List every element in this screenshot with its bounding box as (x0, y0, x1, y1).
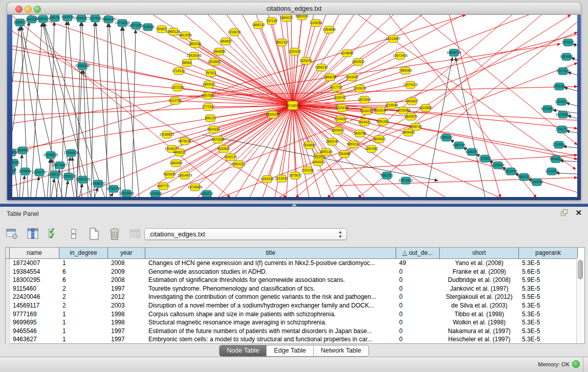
tab-node-table[interactable]: Node Table (220, 345, 267, 356)
checklist-button[interactable] (46, 227, 60, 241)
row-selector[interactable] (6, 259, 10, 268)
table-row[interactable]: 946554611997Estimation of the future num… (6, 327, 584, 336)
graph-node-label: 9657771 (157, 184, 170, 188)
column-select-button[interactable] (26, 227, 40, 241)
window-titlebar[interactable]: citations_edges.txt (7, 3, 581, 15)
graph-node-label: 1540994 (169, 161, 183, 165)
table-toolbar: f(x) (5, 225, 163, 243)
node-table: namein_degreeyeartitle△ out_de...shortpa… (5, 247, 585, 344)
column-header-title[interactable]: title (145, 248, 396, 258)
red-edge (12, 72, 577, 128)
graph-node-label: 12213967 (386, 37, 401, 40)
cell-in_degree: 1 (59, 259, 108, 268)
black-edge (566, 103, 577, 109)
graph-node-label: 2218076 (228, 30, 241, 34)
column-header-short[interactable]: short (440, 248, 519, 258)
black-edge (568, 116, 577, 122)
table-selector-dropdown[interactable]: citations_edges.txt ▲▼ (144, 228, 347, 240)
new-file-button[interactable] (87, 227, 101, 241)
graph-node-label: 9152841 (217, 147, 230, 150)
close-panel-icon[interactable]: ✕ (575, 209, 582, 216)
cell-pagerank: 5.5E-5 (519, 293, 578, 301)
tab-edge-table[interactable]: Edge Table (267, 345, 313, 356)
graph-node-label: 9554524 (549, 157, 562, 161)
column-header-year[interactable]: year (108, 248, 145, 258)
graph-node-label: 9457581 (201, 94, 214, 97)
table-scrollbar[interactable] (576, 258, 584, 343)
memory-status-label: Memory: OK (538, 361, 570, 367)
table-row[interactable]: 1872400712008Changes of HCN gene express… (6, 259, 584, 268)
graph-node-label: 17957225 (76, 178, 91, 181)
red-edge (230, 105, 293, 157)
black-edge (47, 159, 50, 197)
black-edge (573, 44, 577, 50)
graph-node-label: 1151152 (301, 168, 314, 172)
cell-title: Structural magnetic resonance image aver… (145, 318, 396, 327)
cell-out_degree: 0 (396, 335, 440, 344)
table-row[interactable]: 911546021997Tourette syndrome. Phenomeno… (6, 285, 584, 293)
graph-node-label: 1495149 (319, 150, 333, 154)
graph-node-label: 1616216 (360, 109, 373, 113)
row-selector[interactable] (6, 276, 10, 285)
row-selector[interactable] (6, 293, 10, 301)
table-row[interactable]: 2242004622012Investigating the contribut… (6, 293, 584, 301)
cell-name: 22420046 (10, 293, 59, 301)
memory-status-icon[interactable] (572, 360, 580, 368)
delete-button[interactable] (107, 227, 122, 241)
row-selector[interactable] (6, 310, 10, 319)
graph-node-label: 1575107 (561, 40, 575, 44)
splitter-handle-icon[interactable] (292, 204, 297, 206)
graph-node-label: 7515526 (141, 25, 155, 29)
graph-node-label: 1695749 (409, 125, 422, 128)
table-row[interactable]: 946362711997Embryonic stem cells: a mode… (6, 335, 584, 344)
table-row[interactable]: 969969511998Structural magnetic resonanc… (6, 318, 584, 327)
tab-network-table[interactable]: Network Table (314, 345, 368, 356)
black-edge (566, 131, 577, 135)
row-selector[interactable] (6, 318, 10, 327)
graph-node-label: 836121 (205, 116, 216, 120)
column-header-out_degree[interactable]: △ out_de... (396, 248, 440, 258)
checkbox-list-button[interactable] (67, 227, 81, 241)
graph-node-label: 15716485 (188, 185, 203, 189)
graph-node-label: 157239 (266, 19, 277, 23)
graph-node-label: 1321616 (335, 106, 349, 110)
graph-node-label: 4498222 (173, 150, 186, 154)
graph-node-label: 7809921 (373, 137, 386, 141)
graph-node-label: 1120601 (479, 157, 492, 160)
column-header-in_degree[interactable]: in_degree (59, 248, 108, 258)
column-header-name[interactable]: name (10, 248, 59, 258)
network-view[interactable]: 2435572184151420691406960752043718106532… (12, 15, 577, 197)
row-selector[interactable] (6, 301, 10, 310)
table-row[interactable]: 977716911998Corpus callosum shape and si… (6, 310, 584, 319)
graph-node-label: 1643342 (345, 75, 359, 79)
graph-node-label: 12975115 (403, 83, 418, 86)
table-settings-button[interactable] (5, 227, 19, 241)
row-selector[interactable] (6, 335, 10, 344)
row-selector[interactable] (6, 327, 10, 336)
column-header-pagerank[interactable]: pagerank (519, 248, 578, 258)
graph-node-label: 757521 (205, 71, 216, 75)
cell-in_degree: 1 (59, 327, 108, 336)
graph-node-label: 763822 (156, 27, 167, 31)
row-selector[interactable] (6, 285, 10, 293)
graph-node-label: 1362610 (202, 82, 215, 86)
graph-node-label: 17359928 (64, 151, 79, 155)
graph-node-label: 1840532 (352, 60, 365, 63)
black-edge (564, 87, 577, 94)
float-panel-icon[interactable] (561, 209, 568, 216)
cell-name: 9777169 (10, 310, 59, 319)
red-edge (213, 105, 293, 129)
cell-title: Tourette syndrome. Phenomenology and cla… (145, 285, 396, 293)
cell-out_degree: 49 (396, 259, 440, 268)
table-row[interactable]: 1938455462009Genome-wide association stu… (6, 268, 584, 276)
scrollbar-thumb[interactable] (578, 260, 583, 279)
graph-node-label: 1895481 (16, 148, 29, 152)
table-row[interactable]: 1830029562008Estimation of significance … (6, 276, 584, 285)
black-edge (556, 173, 577, 174)
table-row[interactable]: 1456911722003Disruption of a novel membe… (6, 301, 584, 310)
network-canvas[interactable]: 2435572184151420691406960752043718106532… (12, 15, 577, 197)
graph-node-label: 33139 (12, 169, 15, 172)
graph-node-label: 10573402 (399, 179, 413, 182)
row-selector[interactable] (6, 268, 10, 276)
cell-out_degree: 0 (396, 268, 440, 276)
